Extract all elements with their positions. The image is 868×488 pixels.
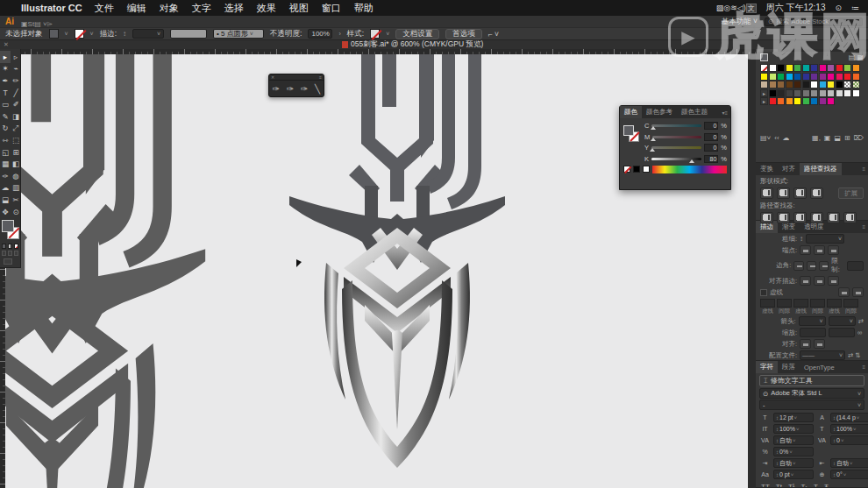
type-style-icon-T¹[interactable]: T¹ xyxy=(788,483,795,488)
swatch-3-11[interactable] xyxy=(852,89,860,97)
type-style-icon-T₁[interactable]: T₁ xyxy=(800,483,808,488)
slider-value-C[interactable]: 0 xyxy=(704,122,718,130)
free-transform-tool[interactable]: ⬚ xyxy=(11,134,21,146)
dash-field-3[interactable] xyxy=(810,299,825,308)
profile-flip-icons[interactable]: ⇄ ⇅ xyxy=(848,351,861,359)
swatch-3-1[interactable] xyxy=(769,89,777,97)
grid-view-icon[interactable]: ▦ xyxy=(857,53,864,61)
dash-align-icon[interactable] xyxy=(852,287,864,297)
slider-value-K[interactable]: 80 xyxy=(704,155,718,163)
menu-item-效果[interactable]: 效果 xyxy=(257,2,276,15)
toolbar-fill-stroke[interactable] xyxy=(0,220,21,243)
swatch-3-3[interactable] xyxy=(786,89,793,97)
swatch-2-11[interactable] xyxy=(852,81,860,88)
corner-bevel-icon[interactable] xyxy=(819,261,829,271)
draw-behind-icon[interactable] xyxy=(8,251,12,256)
eyedropper-tools-panel[interactable]: ✕≡ ✑✑✑╲ xyxy=(268,74,324,97)
menu-item-选择[interactable]: 选择 xyxy=(224,2,244,15)
slider-thumb-K[interactable] xyxy=(689,159,694,163)
swatch-2-7[interactable] xyxy=(819,81,827,88)
character-rotation-field[interactable]: ↕0°˅ xyxy=(830,470,868,479)
leading-field[interactable]: ↕(14.4 p˅ xyxy=(830,413,868,422)
swatch-1-8[interactable] xyxy=(827,73,835,81)
minus-back-icon[interactable] xyxy=(843,212,857,223)
preferences-button[interactable]: 首选项 xyxy=(445,29,482,39)
dash-field-5[interactable] xyxy=(843,299,858,308)
swatch-3-8[interactable] xyxy=(827,89,835,97)
type-style-icon-T[interactable]: T xyxy=(814,483,818,488)
draw-inside-icon[interactable] xyxy=(14,251,18,256)
arrowhead-end-dropdown[interactable]: ˅ xyxy=(829,316,856,326)
dash-preserve-icon[interactable] xyxy=(838,287,850,297)
swatch-2-8[interactable] xyxy=(827,81,835,88)
menu-item-文件[interactable]: 文件 xyxy=(95,2,114,15)
selection-tool[interactable]: ▸ xyxy=(0,51,11,63)
miter-limit-field[interactable] xyxy=(847,261,864,271)
direct-selection-tool[interactable]: ▹ xyxy=(11,51,21,63)
swatch-0-3[interactable] xyxy=(786,64,793,72)
tab-OpenType[interactable]: OpenType xyxy=(800,361,839,373)
eyedropper-add-tool[interactable]: ✑ xyxy=(287,84,294,94)
swatch-1-9[interactable] xyxy=(836,73,843,81)
screen-record-icon[interactable]: ◎ xyxy=(723,4,730,12)
slider-track-M[interactable] xyxy=(652,136,701,138)
arrow-scale-start-field[interactable] xyxy=(800,328,826,337)
metallic-logo[interactable] xyxy=(289,54,505,468)
workspace-switcher[interactable]: 基本功能 ˅ xyxy=(722,17,758,27)
swatch-0-6[interactable] xyxy=(810,64,818,72)
magic-wand-tool[interactable]: ✶ xyxy=(0,63,11,75)
swatch-0-8[interactable] xyxy=(827,64,835,72)
expand-button[interactable]: 扩展 xyxy=(838,187,864,199)
swatch-2-0[interactable] xyxy=(760,81,768,88)
swatch-4-1[interactable] xyxy=(769,97,777,105)
dash-field-4[interactable] xyxy=(827,299,842,308)
color-mode-icon[interactable] xyxy=(2,244,6,249)
shaper-tool[interactable]: ✎ xyxy=(0,110,11,123)
type-style-icon-Ŧ[interactable]: Ŧ xyxy=(824,483,829,488)
lasso-tool[interactable]: ⌁ xyxy=(11,63,21,75)
slider-thumb-Y[interactable] xyxy=(650,148,655,152)
arrowhead-start-dropdown[interactable]: ˅ xyxy=(799,316,826,326)
align-options-icon[interactable]: ⌐ ˅ xyxy=(488,30,499,39)
insert-space-right-field[interactable]: ↕自动˅ xyxy=(830,458,868,468)
menu-item-窗口[interactable]: 窗口 xyxy=(322,2,341,15)
style-swatch[interactable] xyxy=(370,29,380,39)
eyedropper-tool[interactable]: ✑ xyxy=(0,170,11,182)
tab-颜色参考[interactable]: 颜色参考 xyxy=(642,106,677,118)
flat-logo-copy[interactable] xyxy=(0,54,205,488)
touch-type-button[interactable]: ⌶修饰文字工具 xyxy=(759,375,864,386)
proportional-spacing-field[interactable]: ↕0%˅ xyxy=(773,447,814,456)
swatch-4-4[interactable] xyxy=(793,97,801,105)
stroke-weight-dropdown[interactable]: ˅ xyxy=(132,29,164,39)
slider-track-Y[interactable] xyxy=(651,146,701,149)
panel-close-icon[interactable]: ✕ xyxy=(271,74,274,80)
new-swatch-icon[interactable]: ⊞ xyxy=(844,134,850,142)
arrow-scale-end-field[interactable] xyxy=(829,328,855,337)
opacity-popover-arrow[interactable]: › xyxy=(338,31,340,37)
blend-tool[interactable]: ◍ xyxy=(11,170,21,182)
fill-swatch[interactable] xyxy=(623,125,634,136)
symbol-sprayer-tool[interactable]: ☁ xyxy=(0,182,11,194)
arrow-align-tip-icon[interactable] xyxy=(800,339,811,349)
exclude-icon[interactable] xyxy=(810,187,823,199)
black-swatch[interactable] xyxy=(633,166,640,173)
minus-front-icon[interactable] xyxy=(777,187,790,199)
swatch-fill-indicator[interactable] xyxy=(760,53,768,61)
rotate-tool[interactable]: ↻ xyxy=(0,123,11,135)
tracking-field[interactable]: ↕0˅ xyxy=(830,435,868,445)
fill-color-swatch[interactable] xyxy=(49,29,59,39)
arrow-align-end-icon[interactable] xyxy=(814,339,825,349)
tab-颜色[interactable]: 颜色 xyxy=(620,106,642,118)
eyedropper-style-tool[interactable]: ✑ xyxy=(301,84,308,94)
swatch-2-10[interactable] xyxy=(843,81,851,88)
eyedropper-tool[interactable]: ✑ xyxy=(273,84,280,94)
slice-tool[interactable]: ✂ xyxy=(11,194,21,206)
baseline-shift-field[interactable]: ↕0 pt˅ xyxy=(773,470,814,479)
unite-icon[interactable] xyxy=(760,187,773,199)
width-tool[interactable]: ⇿ xyxy=(0,134,11,146)
intersect-icon[interactable] xyxy=(793,187,807,199)
swatch-4-7[interactable] xyxy=(819,97,827,105)
tab-颜色主题[interactable]: 颜色主题 xyxy=(677,106,712,118)
input-method-icon[interactable]: 文 xyxy=(746,4,757,13)
wifi-icon[interactable]: ≋ xyxy=(730,4,737,12)
